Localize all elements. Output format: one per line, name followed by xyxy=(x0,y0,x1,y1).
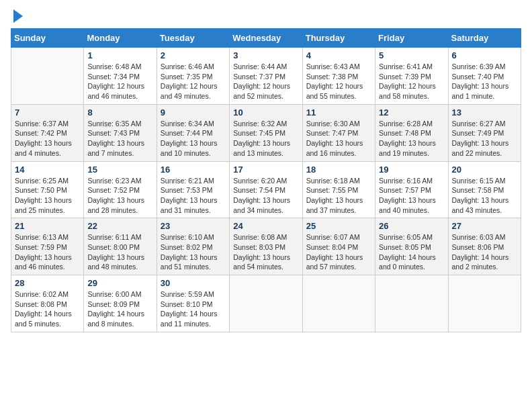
calendar-table: SundayMondayTuesdayWednesdayThursdayFrid… xyxy=(11,28,521,332)
logo-arrow-icon xyxy=(13,9,23,23)
calendar-cell: 13Sunrise: 6:27 AM Sunset: 7:49 PM Dayli… xyxy=(448,104,521,161)
day-info: Sunrise: 6:11 AM Sunset: 8:00 PM Dayligh… xyxy=(87,232,152,272)
day-info: Sunrise: 6:30 AM Sunset: 7:47 PM Dayligh… xyxy=(306,119,371,158)
day-info: Sunrise: 6:05 AM Sunset: 8:05 PM Dayligh… xyxy=(379,232,444,272)
day-header-friday: Friday xyxy=(375,29,448,48)
day-info: Sunrise: 6:48 AM Sunset: 7:34 PM Dayligh… xyxy=(87,62,152,101)
day-info: Sunrise: 6:34 AM Sunset: 7:44 PM Dayligh… xyxy=(161,119,226,158)
day-number: 29 xyxy=(87,278,152,288)
calendar-cell: 28Sunrise: 6:02 AM Sunset: 8:08 PM Dayli… xyxy=(11,275,84,332)
day-info: Sunrise: 6:35 AM Sunset: 7:43 PM Dayligh… xyxy=(87,119,152,158)
calendar-cell: 12Sunrise: 6:28 AM Sunset: 7:48 PM Dayli… xyxy=(375,104,448,161)
week-row-3: 21Sunrise: 6:13 AM Sunset: 7:59 PM Dayli… xyxy=(11,218,521,275)
calendar-cell: 19Sunrise: 6:16 AM Sunset: 7:57 PM Dayli… xyxy=(375,161,448,218)
calendar-cell: 6Sunrise: 6:39 AM Sunset: 7:40 PM Daylig… xyxy=(448,48,521,105)
day-number: 23 xyxy=(161,221,226,231)
calendar-cell: 14Sunrise: 6:25 AM Sunset: 7:50 PM Dayli… xyxy=(11,161,84,218)
week-row-0: 1Sunrise: 6:48 AM Sunset: 7:34 PM Daylig… xyxy=(11,48,521,105)
calendar-cell: 25Sunrise: 6:07 AM Sunset: 8:04 PM Dayli… xyxy=(302,218,375,275)
day-info: Sunrise: 6:18 AM Sunset: 7:55 PM Dayligh… xyxy=(306,176,371,216)
calendar-cell: 20Sunrise: 6:15 AM Sunset: 7:58 PM Dayli… xyxy=(448,161,521,218)
calendar-cell: 5Sunrise: 6:41 AM Sunset: 7:39 PM Daylig… xyxy=(375,48,448,105)
calendar-cell: 1Sunrise: 6:48 AM Sunset: 7:34 PM Daylig… xyxy=(84,48,157,105)
day-header-monday: Monday xyxy=(84,29,157,48)
calendar-cell: 16Sunrise: 6:21 AM Sunset: 7:53 PM Dayli… xyxy=(157,161,229,218)
day-info: Sunrise: 6:44 AM Sunset: 7:37 PM Dayligh… xyxy=(233,62,298,101)
day-number: 21 xyxy=(15,221,80,231)
calendar-cell: 24Sunrise: 6:08 AM Sunset: 8:03 PM Dayli… xyxy=(230,218,302,275)
day-number: 25 xyxy=(306,221,371,231)
calendar-cell: 21Sunrise: 6:13 AM Sunset: 7:59 PM Dayli… xyxy=(11,218,84,275)
day-info: Sunrise: 6:00 AM Sunset: 8:09 PM Dayligh… xyxy=(87,289,152,329)
day-number: 1 xyxy=(87,50,152,60)
day-info: Sunrise: 5:59 AM Sunset: 8:10 PM Dayligh… xyxy=(161,289,226,329)
day-number: 30 xyxy=(161,278,226,288)
day-header-wednesday: Wednesday xyxy=(230,29,302,48)
day-info: Sunrise: 6:13 AM Sunset: 7:59 PM Dayligh… xyxy=(15,232,80,272)
calendar-cell xyxy=(448,275,521,332)
page-header xyxy=(11,11,521,23)
logo xyxy=(11,11,23,23)
day-number: 11 xyxy=(306,107,371,118)
calendar-cell: 30Sunrise: 5:59 AM Sunset: 8:10 PM Dayli… xyxy=(157,275,229,332)
calendar-cell: 10Sunrise: 6:32 AM Sunset: 7:45 PM Dayli… xyxy=(230,104,302,161)
week-row-2: 14Sunrise: 6:25 AM Sunset: 7:50 PM Dayli… xyxy=(11,161,521,218)
day-number: 13 xyxy=(452,107,517,118)
calendar-cell: 7Sunrise: 6:37 AM Sunset: 7:42 PM Daylig… xyxy=(11,104,84,161)
day-info: Sunrise: 6:25 AM Sunset: 7:50 PM Dayligh… xyxy=(15,176,80,216)
calendar-cell: 17Sunrise: 6:20 AM Sunset: 7:54 PM Dayli… xyxy=(230,161,302,218)
calendar-cell: 18Sunrise: 6:18 AM Sunset: 7:55 PM Dayli… xyxy=(302,161,375,218)
day-info: Sunrise: 6:21 AM Sunset: 7:53 PM Dayligh… xyxy=(161,176,226,216)
day-number: 8 xyxy=(87,107,152,118)
day-number: 5 xyxy=(379,50,444,60)
day-info: Sunrise: 6:41 AM Sunset: 7:39 PM Dayligh… xyxy=(379,62,444,101)
calendar-cell: 23Sunrise: 6:10 AM Sunset: 8:02 PM Dayli… xyxy=(157,218,229,275)
day-number: 15 xyxy=(87,165,152,175)
calendar-cell xyxy=(375,275,448,332)
day-number: 24 xyxy=(233,221,298,231)
calendar-cell: 2Sunrise: 6:46 AM Sunset: 7:35 PM Daylig… xyxy=(157,48,229,105)
day-info: Sunrise: 6:43 AM Sunset: 7:38 PM Dayligh… xyxy=(306,62,371,101)
day-info: Sunrise: 6:46 AM Sunset: 7:35 PM Dayligh… xyxy=(161,62,226,101)
day-number: 12 xyxy=(379,107,444,118)
day-info: Sunrise: 6:15 AM Sunset: 7:58 PM Dayligh… xyxy=(452,176,517,216)
calendar-cell: 8Sunrise: 6:35 AM Sunset: 7:43 PM Daylig… xyxy=(84,104,157,161)
day-number: 17 xyxy=(233,165,298,175)
day-number: 28 xyxy=(15,278,80,288)
calendar-header-row: SundayMondayTuesdayWednesdayThursdayFrid… xyxy=(11,29,521,48)
day-number: 4 xyxy=(306,50,371,60)
day-number: 16 xyxy=(161,165,226,175)
calendar-cell: 27Sunrise: 6:03 AM Sunset: 8:06 PM Dayli… xyxy=(448,218,521,275)
day-info: Sunrise: 6:32 AM Sunset: 7:45 PM Dayligh… xyxy=(233,119,298,158)
day-number: 26 xyxy=(379,221,444,231)
day-number: 6 xyxy=(452,50,517,60)
day-info: Sunrise: 6:20 AM Sunset: 7:54 PM Dayligh… xyxy=(233,176,298,216)
calendar-cell xyxy=(230,275,302,332)
week-row-1: 7Sunrise: 6:37 AM Sunset: 7:42 PM Daylig… xyxy=(11,104,521,161)
day-header-thursday: Thursday xyxy=(302,29,375,48)
calendar-cell: 4Sunrise: 6:43 AM Sunset: 7:38 PM Daylig… xyxy=(302,48,375,105)
calendar-cell: 11Sunrise: 6:30 AM Sunset: 7:47 PM Dayli… xyxy=(302,104,375,161)
day-header-sunday: Sunday xyxy=(11,29,84,48)
day-info: Sunrise: 6:27 AM Sunset: 7:49 PM Dayligh… xyxy=(452,119,517,158)
day-header-saturday: Saturday xyxy=(448,29,521,48)
calendar-body: 1Sunrise: 6:48 AM Sunset: 7:34 PM Daylig… xyxy=(11,48,521,332)
day-info: Sunrise: 6:37 AM Sunset: 7:42 PM Dayligh… xyxy=(15,119,80,158)
day-info: Sunrise: 6:03 AM Sunset: 8:06 PM Dayligh… xyxy=(452,232,517,272)
day-number: 22 xyxy=(87,221,152,231)
day-info: Sunrise: 6:39 AM Sunset: 7:40 PM Dayligh… xyxy=(452,62,517,101)
calendar-cell: 15Sunrise: 6:23 AM Sunset: 7:52 PM Dayli… xyxy=(84,161,157,218)
day-info: Sunrise: 6:10 AM Sunset: 8:02 PM Dayligh… xyxy=(161,232,226,272)
day-number: 27 xyxy=(452,221,517,231)
day-info: Sunrise: 6:02 AM Sunset: 8:08 PM Dayligh… xyxy=(15,289,80,329)
day-number: 19 xyxy=(379,165,444,175)
calendar-cell: 9Sunrise: 6:34 AM Sunset: 7:44 PM Daylig… xyxy=(157,104,229,161)
day-number: 14 xyxy=(15,165,80,175)
calendar-cell: 29Sunrise: 6:00 AM Sunset: 8:09 PM Dayli… xyxy=(84,275,157,332)
calendar-cell: 26Sunrise: 6:05 AM Sunset: 8:05 PM Dayli… xyxy=(375,218,448,275)
day-number: 10 xyxy=(233,107,298,118)
calendar-cell: 3Sunrise: 6:44 AM Sunset: 7:37 PM Daylig… xyxy=(230,48,302,105)
day-number: 18 xyxy=(306,165,371,175)
calendar-cell xyxy=(11,48,84,105)
day-number: 3 xyxy=(233,50,298,60)
